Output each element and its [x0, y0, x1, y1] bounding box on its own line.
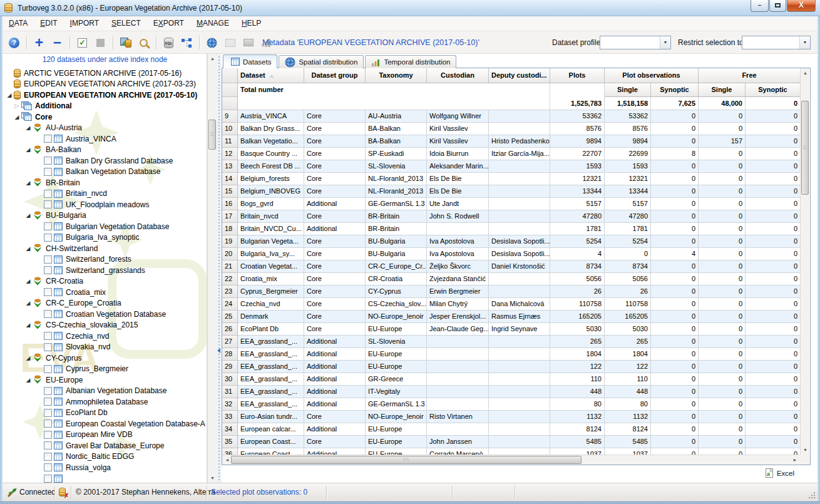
dataset-checkbox[interactable]	[44, 200, 52, 208]
resize-grip[interactable]	[808, 491, 816, 499]
table-row[interactable]: 10Balkan Dry Grass...CoreBA-BalkanKiril …	[222, 123, 810, 135]
index-tree-button[interactable]	[178, 34, 195, 51]
tree-expand-icon[interactable]: ◢	[24, 355, 33, 361]
browse-button[interactable]	[135, 34, 152, 51]
col-header-plots[interactable]: Plots	[550, 68, 605, 83]
dataset-checkbox[interactable]	[44, 168, 52, 176]
dataset-checkbox[interactable]	[44, 255, 52, 264]
tab-datasets[interactable]: Datasets	[223, 54, 277, 68]
table-row[interactable]: 26EcoPlant DbCoreEU-EuropeJean-Claude Ge…	[222, 323, 810, 336]
table-row[interactable]: 16Bogs_gvrdAdditionalGE-GermanSL 1.3Ute …	[222, 198, 810, 210]
col-header-plot-observations[interactable]: Plot observations	[605, 68, 699, 83]
table-row[interactable]: 18Britain_NVCD_Cu...AdditionalBR-Britain…	[222, 223, 810, 235]
dataset-checkbox[interactable]	[44, 332, 52, 340]
table-row[interactable]: 24Czechia_nvdCoreCS-Czechia_slov...Milan…	[222, 298, 810, 311]
tree-expand-icon[interactable]: ◢	[24, 300, 33, 306]
dataset-profile-select[interactable]: ▼	[600, 36, 671, 49]
dataset-checkbox[interactable]	[44, 310, 52, 318]
tree-item[interactable]: ◢CY-Cyprus	[3, 352, 207, 364]
col-header-taxonomy[interactable]: Taxonomy	[366, 68, 427, 83]
tree-expand-icon[interactable]: ◢	[24, 377, 33, 383]
tree-item[interactable]: UK_Floodplain meadows	[3, 199, 207, 210]
tree-item[interactable]: European Mire VDB	[3, 429, 207, 441]
grid-vertical-scrollbar[interactable]: ▲ ▼	[800, 68, 809, 455]
tree-item[interactable]: Cyprus_Bergmeier	[3, 364, 207, 375]
table-row[interactable]: 12Basque Country ...CoreSP-EuskadiIdoia …	[222, 148, 810, 160]
col-header-custodian[interactable]: Custodian	[427, 68, 489, 83]
table-row[interactable]: 17Britain_nvcdCoreBR-BritainJohn S. Rodw…	[222, 210, 810, 223]
tree-item[interactable]: Russia_volga	[3, 462, 207, 473]
menu-item-export[interactable]: EXPORT	[147, 16, 190, 31]
tree-item[interactable]: ◢CR-C_Europe_Croatia	[3, 298, 207, 309]
menu-item-help[interactable]: HELP	[235, 16, 267, 31]
tree-item[interactable]: EcoPlant Db	[3, 408, 207, 419]
tree-item[interactable]: EUROPEAN VEGETATION ARCHIVE (2017-03-23)	[3, 79, 207, 90]
tab-spatial-distribution[interactable]: Spatial distribution	[279, 55, 364, 68]
table-row[interactable]: 36European Coast...AdditionalEU-EuropeCo…	[222, 448, 810, 455]
sql-query-button[interactable]: SQL	[160, 34, 177, 51]
tab-temporal-distribution[interactable]: Temporal distribution	[365, 55, 456, 68]
table-row[interactable]: 32EEA_grassland_...AdditionalGE-GermanSL…	[222, 398, 810, 411]
minimize-button[interactable]: –	[751, 0, 769, 12]
tree-item[interactable]: ◢BR-Britain	[3, 177, 207, 188]
tree-item[interactable]: Gravel Bar Database_Europe	[3, 440, 207, 451]
tree-item[interactable]: Britain_nvcd	[3, 188, 207, 200]
col-header-dataset[interactable]: Dataset	[238, 68, 304, 83]
dataset-checkbox[interactable]	[44, 266, 52, 274]
tree-expand-icon[interactable]: ◢	[24, 125, 33, 131]
table-row[interactable]: 20Bulgaria_Iva_sy...CoreBU-BulgariaIva A…	[222, 248, 810, 260]
scroll-up-icon[interactable]: ▲	[208, 54, 217, 63]
web-map-button[interactable]	[203, 34, 220, 51]
select-checked-button[interactable]: ✓	[74, 34, 91, 51]
tree-expand-icon[interactable]: ◢	[24, 278, 33, 284]
table-row[interactable]: 23Cyprus_BergmeierCoreCY-CyprusErwin Ber…	[222, 285, 810, 298]
menu-item-select[interactable]: SELECT	[105, 16, 147, 31]
table-row[interactable]: 11Balkan Vegetatio...CoreBA-BalkanKiril …	[222, 135, 810, 148]
tree-expand-icon[interactable]: ▷	[13, 103, 21, 109]
table-row[interactable]: 14Belgium_forestsCoreNL-Floranld_2013Els…	[222, 173, 810, 185]
dataset-checkbox[interactable]	[44, 288, 52, 296]
table-row[interactable]: 28EEA_grassland_...AdditionalEU-Europe18…	[222, 348, 810, 361]
col-header-free[interactable]: Free	[699, 68, 801, 83]
col-header-dataset-group[interactable]: Dataset group	[304, 68, 366, 83]
menu-item-edit[interactable]: EDIT	[34, 16, 63, 31]
tree-item[interactable]: Austria_VINCA	[3, 133, 207, 145]
metadata-report-button[interactable]	[117, 34, 134, 51]
table-row[interactable]: 19Bulgarian Vegeta...CoreBU-BulgariaIva …	[222, 235, 810, 248]
tree-item[interactable]: Albanian Vegetation Database	[3, 386, 207, 397]
tree-item[interactable]: Croatia_mix	[3, 287, 207, 298]
tree-item[interactable]: Bulgaria_Iva_synoptic	[3, 232, 207, 244]
dataset-checkbox[interactable]	[44, 431, 52, 439]
grid-vscrollbar-thumb[interactable]	[801, 101, 809, 195]
chevron-down-icon[interactable]: ▼	[799, 36, 810, 49]
restrict-selection-select[interactable]: ▼	[742, 36, 811, 49]
dataset-checkbox[interactable]	[44, 234, 52, 242]
dataset-checkbox[interactable]	[44, 157, 52, 165]
menu-item-import[interactable]: IMPORT	[64, 16, 105, 31]
table-row[interactable]: 9Austria_VINCACoreAU-AustriaWolfgang Wil…	[222, 110, 810, 123]
tree-item[interactable]: Switzerland_grasslands	[3, 265, 207, 276]
dataset-checkbox[interactable]	[44, 463, 52, 471]
tree-item[interactable]: Balkan Dry Grassland Database	[3, 155, 207, 167]
dataset-checkbox[interactable]	[44, 222, 52, 230]
dataset-checkbox[interactable]	[44, 398, 52, 406]
tree-item[interactable]: ◢CH-Switzerland	[3, 243, 207, 254]
tree-expand-icon[interactable]: ◢	[24, 147, 33, 153]
tree-expand-icon[interactable]: ◢	[5, 92, 14, 98]
tree-item[interactable]: ◢BU-Bulgaria	[3, 210, 207, 222]
subcol-header-free-synoptic[interactable]: Synoptic	[746, 83, 801, 97]
table-row[interactable]: 15Belgium_INBOVEGCoreNL-Floranld_2013Els…	[222, 185, 810, 198]
tree-item[interactable]: Nordic_Baltic EDGG	[3, 451, 207, 463]
tree-item[interactable]: Balkan Vegetation Database	[3, 167, 207, 178]
add-button[interactable]: +	[31, 34, 48, 51]
tree-item[interactable]: European Coastal Vegetation Database-A	[3, 418, 207, 429]
scroll-down-icon[interactable]: ▼	[801, 445, 810, 455]
table-row[interactable]: 25DenmarkCoreNO-Europe_lenoirJesper Eren…	[222, 311, 810, 323]
grid-hscrollbar-thumb[interactable]	[231, 456, 582, 464]
tree-item[interactable]	[3, 473, 207, 483]
export-excel-button[interactable]: a Excel	[765, 468, 794, 478]
table-row[interactable]: 22Croatia_mixCoreCR-CroatiaZvjezdana Sta…	[222, 273, 810, 285]
maximize-button[interactable]	[769, 0, 786, 12]
dataset-checkbox[interactable]	[44, 419, 52, 428]
dataset-checkbox[interactable]	[44, 387, 52, 395]
